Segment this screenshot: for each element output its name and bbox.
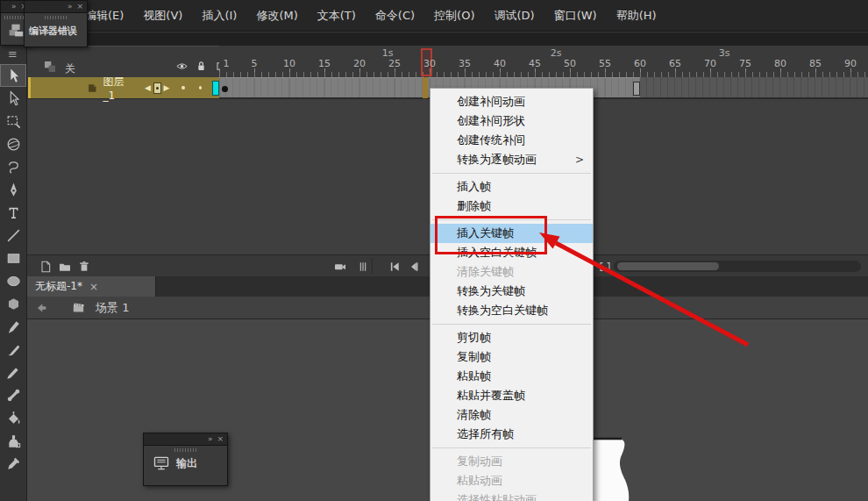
go-to-first-frame-button[interactable]	[386, 258, 403, 275]
menubar-item[interactable]: 插入(I)	[194, 4, 245, 27]
layer-panes-button[interactable]	[354, 258, 372, 275]
scene-breadcrumb[interactable]: 场景 1	[96, 300, 129, 316]
layer-outline-color-swatch[interactable]	[212, 81, 219, 96]
context-menu-item[interactable]: 转换为空白关键帧	[430, 301, 593, 320]
layer-lock-dot[interactable]	[199, 86, 202, 89]
bone-tool[interactable]	[0, 383, 26, 406]
context-menu-item[interactable]: 创建补间形状	[430, 111, 593, 131]
lock-icon[interactable]	[195, 60, 208, 73]
drag-grip-icon[interactable]	[174, 448, 197, 452]
panel-menu-icon[interactable]: ≡	[0, 46, 26, 64]
insert-keyframe-icon[interactable]	[153, 82, 161, 94]
menu-separator	[432, 324, 591, 325]
context-menu-item[interactable]: 转换为逐帧动画>	[430, 150, 593, 169]
tab-close-icon[interactable]: ×	[89, 281, 98, 293]
pen-tool[interactable]	[0, 178, 26, 201]
paint-brush-tool[interactable]	[0, 361, 26, 383]
3d-rotation-tool[interactable]	[0, 132, 26, 155]
output-panel[interactable]: » × 输出	[143, 433, 228, 486]
brush-tool[interactable]	[0, 338, 26, 361]
menubar-item[interactable]: 修改(M)	[248, 4, 305, 27]
menu-separator	[432, 173, 591, 174]
collapse-icon[interactable]: »	[68, 3, 73, 11]
frame-number: 90	[844, 58, 857, 69]
document-tab[interactable]: 无标题-1* ×	[26, 276, 156, 297]
compiler-errors-panel[interactable]: » × 编译器错误	[24, 0, 88, 47]
panel-header: » ×	[144, 433, 227, 446]
line-tool[interactable]	[0, 224, 26, 247]
collapse-icon[interactable]: »	[208, 435, 213, 443]
back-arrow-icon[interactable]	[33, 301, 49, 315]
compiler-errors-label[interactable]: 编译器错误	[25, 21, 87, 41]
menubar-item[interactable]: 视图(V)	[135, 4, 190, 27]
playhead-line[interactable]	[423, 77, 428, 98]
selection-tool[interactable]	[0, 64, 26, 87]
menubar-item[interactable]: 帮助(H)	[608, 4, 665, 27]
context-menu-item[interactable]: 粘贴帧	[430, 367, 593, 386]
polystar-tool[interactable]	[0, 292, 26, 315]
text-tool[interactable]	[0, 201, 26, 224]
output-panel-label[interactable]: 输出	[176, 456, 197, 471]
camera-button[interactable]	[331, 258, 349, 275]
end-frame-marker[interactable]	[633, 82, 640, 96]
compiler-errors-icon[interactable]	[6, 21, 25, 40]
timeline-ruler[interactable]: 1510152025303540455055606570758085901s2s…	[219, 46, 868, 78]
menu-separator	[432, 447, 591, 448]
frame-number: 85	[809, 58, 822, 69]
timeline-panel-label: 关	[65, 61, 75, 76]
context-menu-item[interactable]: 创建传统补间	[430, 131, 593, 150]
drag-grip-icon[interactable]	[45, 16, 68, 19]
menubar-item[interactable]: 控制(O)	[426, 4, 482, 27]
clapperboard-icon	[70, 300, 87, 315]
ink-bottle-tool[interactable]	[0, 429, 26, 452]
rectangle-tool[interactable]	[0, 247, 26, 269]
subselection-tool[interactable]	[0, 87, 26, 110]
menubar: 编辑(E)视图(V)插入(I)修改(M)文本(T)命令(C)控制(O)调试(D)…	[0, 0, 868, 32]
context-menu-item[interactable]: 创建补间动画	[430, 92, 593, 111]
frame-number: 10	[283, 58, 295, 69]
prev-keyframe-icon[interactable]: ◀	[145, 84, 151, 92]
layer-name[interactable]: 图层_1	[103, 75, 131, 102]
new-folder-button[interactable]	[56, 258, 74, 275]
close-icon[interactable]: ×	[217, 435, 224, 443]
next-keyframe-icon[interactable]: ▶	[164, 84, 170, 92]
menubar-item[interactable]: 命令(C)	[367, 4, 423, 27]
context-menu-item[interactable]: 粘贴并覆盖帧	[430, 386, 593, 405]
delete-layer-button[interactable]	[75, 258, 93, 275]
modify-markers-button[interactable]	[596, 258, 614, 275]
keyframe-dot[interactable]	[222, 86, 228, 92]
pencil-tool[interactable]	[0, 315, 26, 338]
eye-icon[interactable]	[175, 60, 189, 73]
timeline-horizontal-scrollbar[interactable]	[614, 261, 861, 272]
context-menu-item[interactable]: 转换为关键帧	[430, 282, 593, 301]
eyedropper-tool[interactable]	[0, 452, 26, 475]
scrollbar-thumb[interactable]	[617, 262, 719, 270]
frame-number: 20	[353, 58, 366, 69]
context-menu-item[interactable]: 剪切帧	[430, 328, 593, 347]
context-menu-item[interactable]: 复制帧	[430, 347, 593, 367]
layer-visibility-dot[interactable]	[181, 86, 184, 89]
collapse-icon[interactable]: »	[11, 3, 17, 11]
lasso-tool[interactable]	[0, 155, 26, 178]
oval-tool[interactable]	[0, 269, 26, 292]
paint-bucket-tool[interactable]	[0, 406, 26, 429]
menubar-item[interactable]: 文本(T)	[309, 4, 364, 27]
frame-number: 75	[739, 58, 751, 69]
layer-row[interactable]: 图层_1 ◀ ▶	[28, 77, 219, 98]
tools-list	[0, 64, 26, 475]
time-label: 1s	[382, 47, 394, 59]
context-menu-item[interactable]: 插入帧	[430, 177, 593, 197]
context-menu-item[interactable]: 删除帧	[430, 197, 593, 216]
frame-number: 1	[224, 58, 230, 69]
time-label: 2s	[551, 47, 562, 59]
new-layer-button[interactable]	[37, 258, 54, 275]
stage-shape[interactable]	[593, 435, 638, 501]
step-back-button[interactable]	[405, 258, 423, 275]
menubar-item[interactable]: 窗口(W)	[546, 4, 605, 27]
context-menu-item[interactable]: 清除帧	[430, 405, 593, 425]
free-transform-tool[interactable]	[0, 110, 26, 132]
context-menu-item[interactable]: 选择所有帧	[430, 425, 593, 444]
layer-icon	[87, 82, 98, 95]
menubar-item[interactable]: 调试(D)	[486, 4, 542, 27]
close-icon[interactable]: ×	[76, 3, 83, 11]
